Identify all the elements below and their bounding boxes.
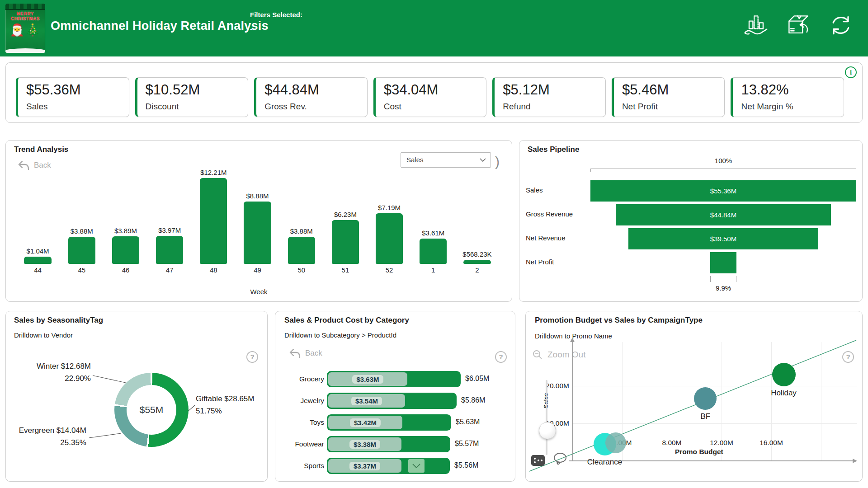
logo-text: MERRY <box>17 11 34 16</box>
kpi-value: $10.52M <box>146 82 248 98</box>
help-icon[interactable]: ? <box>495 351 507 363</box>
category-row: Grocery $3.63M $6.05M <box>275 371 515 393</box>
christmas-logo-image: MERRY CHRISTMAS 🎅🎄 <box>5 4 45 53</box>
category-label: Toys <box>275 418 324 427</box>
pipeline-funnel: Sales $55.36M Gross Revenue $44.84M Net … <box>519 180 862 276</box>
inner-value-pill: $3.42M <box>350 418 381 427</box>
play-axis-icon[interactable] <box>531 455 545 466</box>
trend-column: $1.04M <box>16 247 60 264</box>
bar-value-label: $3.97M <box>158 226 181 234</box>
funnel-bar[interactable]: $44.84M <box>616 204 831 225</box>
category-outer-bar[interactable]: $3.54M <box>327 393 457 409</box>
category-row: Footwear $3.38M $5.57M <box>275 436 515 458</box>
trend-bar[interactable] <box>244 202 271 264</box>
bar-value-label: $3.61M <box>422 229 444 237</box>
kpi-container: $55.36M Sales$10.52M Discount$44.84M Gro… <box>5 62 863 123</box>
bubble-size-slider-thumb[interactable] <box>539 422 556 439</box>
inner-value-pill: $3.38M <box>349 440 380 449</box>
trend-bar[interactable] <box>376 213 403 264</box>
pipeline-bottom-bracket <box>710 276 736 282</box>
category-outer-bar[interactable]: $3.42M <box>327 414 451 431</box>
x-tick-label: 49 <box>236 266 279 274</box>
trend-bar[interactable] <box>112 236 139 264</box>
kpi-label: Sales <box>26 102 129 112</box>
zoom-out-label: Zoom Out <box>547 350 585 360</box>
x-tick-label: 12.00M <box>703 439 740 447</box>
kpi-label: Refund <box>503 102 605 112</box>
inner-value-pill: $3.37M <box>349 462 380 470</box>
category-inner-bar[interactable]: $3.42M <box>328 416 402 429</box>
outer-value-label: $6.05M <box>465 375 489 383</box>
santa-tree-figures: 🎅🎄 <box>5 23 45 37</box>
trend-bar[interactable] <box>24 257 51 264</box>
sales-hand-icon[interactable] <box>742 11 769 40</box>
trend-bar-chart: $1.04M $3.88M $3.89M $3.97M $12.21M $8.8… <box>16 164 499 264</box>
garland-decoration <box>5 4 45 10</box>
category-back-button[interactable]: Back <box>289 348 322 358</box>
app-header: MERRY CHRISTMAS 🎅🎄 Omnichannel Holiday R… <box>0 0 868 56</box>
scatter-bubble[interactable] <box>772 363 796 386</box>
scatter-title: Promotion Budget vs Sales by CampaignTyp… <box>535 316 703 325</box>
x-tick-label: 45 <box>60 266 104 274</box>
funnel-bar[interactable]: $55.36M <box>590 180 856 202</box>
kpi-value: $5.46M <box>622 82 725 98</box>
funnel-stage-label: Net Profit <box>526 258 588 266</box>
gridline <box>821 342 821 460</box>
funnel-bar[interactable] <box>710 252 736 273</box>
trend-bar[interactable] <box>420 239 447 264</box>
category-outer-bar[interactable]: $3.38M <box>327 436 450 452</box>
kpi-value: $55.36M <box>26 82 129 98</box>
trend-column: $6.23M <box>323 211 367 264</box>
info-icon[interactable]: i <box>845 66 857 78</box>
trend-bar[interactable] <box>68 237 95 264</box>
outer-value-label: $5.63M <box>456 418 480 426</box>
category-inner-bar[interactable]: $3.54M <box>328 394 405 408</box>
trend-bar[interactable] <box>156 236 183 264</box>
trend-bar[interactable] <box>288 237 315 264</box>
returns-box-icon[interactable] <box>785 11 812 40</box>
kpi-label: Discount <box>146 102 248 112</box>
trend-column: $3.89M <box>104 227 147 264</box>
scroll-down-button[interactable] <box>408 459 425 473</box>
gridline <box>572 423 857 424</box>
pipeline-top-percent: 100% <box>590 157 856 164</box>
bubble-label: Clearance <box>578 458 632 467</box>
refresh-icon[interactable] <box>827 11 854 40</box>
kpi-label: Gross Rev. <box>264 102 367 112</box>
measure-dropdown-value: Sales <box>406 156 424 164</box>
donut-center-label: $55M <box>140 404 164 415</box>
scatter-bubble[interactable] <box>605 432 626 453</box>
trend-bar[interactable] <box>463 260 491 264</box>
kpi-card: $5.46M Net Profit <box>612 77 725 117</box>
donut-label-winter: Winter $12.68M22.90% <box>15 360 91 385</box>
category-inner-bar[interactable]: $3.63M <box>328 372 407 386</box>
trend-bar[interactable] <box>200 178 227 264</box>
bar-value-label: $3.89M <box>114 227 137 235</box>
donut-chart[interactable]: $55M <box>114 373 189 447</box>
category-subtitle: Drilldown to Subcategory > ProductId <box>284 331 396 339</box>
category-inner-bar[interactable]: $3.38M <box>328 437 401 451</box>
chevron-down-icon <box>480 158 486 162</box>
funnel-row: Net Revenue $39.50M <box>519 228 862 252</box>
category-label: Jewelry <box>275 397 324 405</box>
category-back-label: Back <box>305 349 322 358</box>
trend-bar[interactable] <box>332 220 359 264</box>
kpi-label: Net Profit <box>622 102 725 112</box>
category-outer-bar[interactable]: $3.37M <box>327 458 450 474</box>
category-label: Footwear <box>275 440 324 448</box>
lasso-select-icon[interactable] <box>552 451 568 471</box>
help-icon[interactable]: ? <box>842 351 854 363</box>
bar-value-label: $8.88M <box>246 192 269 200</box>
category-inner-bar[interactable]: $3.37M <box>328 459 401 473</box>
kpi-label: Cost <box>384 102 486 112</box>
kpi-card: $34.04M Cost <box>373 77 487 117</box>
bar-value-label: $7.19M <box>378 204 401 211</box>
category-outer-bar[interactable]: $3.63M <box>327 371 461 387</box>
scatter-bubble[interactable] <box>694 387 717 410</box>
funnel-bar[interactable]: $39.50M <box>628 228 818 249</box>
inner-value-pill: $3.54M <box>351 397 382 405</box>
zoom-out-button[interactable]: Zoom Out <box>532 349 585 360</box>
x-tick-label: 52 <box>368 266 411 274</box>
category-row: Jewelry $3.54M $5.86M <box>275 393 515 414</box>
help-icon[interactable]: ? <box>246 351 258 363</box>
